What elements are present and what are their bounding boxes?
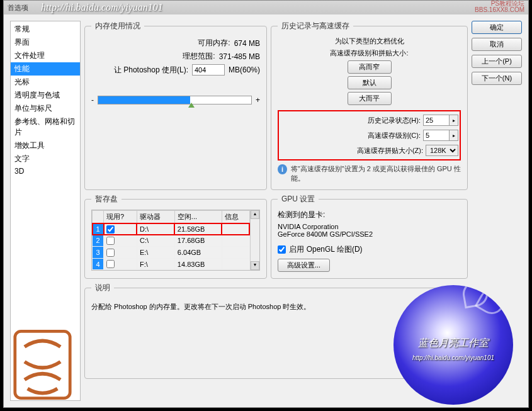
description-legend: 说明 (91, 283, 114, 293)
next-button[interactable]: 下一个(N) (472, 72, 522, 85)
col-info[interactable]: 信息 (222, 211, 249, 223)
let-ps-use-label: 让 Photoshop 使用(L): (114, 65, 188, 76)
slider-thumb-icon[interactable] (188, 103, 195, 108)
cache-tile-select[interactable]: 128K (426, 145, 458, 156)
ok-button[interactable]: 确定 (472, 21, 522, 34)
titlebar: 首选项 http://hi.baidu.com/yiyuan101 PS教程论坛… (4, 1, 528, 14)
available-ram-label: 可用内存: (198, 38, 230, 48)
ideal-range-label: 理想范围: (183, 51, 215, 62)
scroll-up-icon[interactable]: ▴ (251, 210, 259, 219)
scratch-legend: 暂存盘 (91, 194, 122, 205)
history-legend: 历史记录与高速缓存 (278, 21, 353, 31)
sidebar-item-units[interactable]: 单位与标尺 (11, 102, 80, 115)
detected-card-label: 检测到的显卡: (278, 210, 461, 220)
stepper-icon[interactable]: ▸ (450, 115, 458, 126)
optimize-line2: 高速缓存级别和拼贴大小: (278, 48, 461, 58)
scratch-table: 现用? 驱动器 空闲... 信息 1 D:\ 21.58GB (92, 210, 250, 270)
watermark: PS教程论坛 BBS.16XX8.COM (475, 1, 524, 13)
gpu-legend: GPU 设置 (278, 194, 319, 205)
sidebar-item-type[interactable]: 文字 (11, 152, 80, 166)
available-ram-value: 674 MB (234, 39, 260, 48)
sidebar-item-cursors[interactable]: 光标 (11, 76, 80, 89)
scroll-down-icon[interactable]: ▾ (251, 261, 259, 270)
table-row[interactable]: 3 E:\ 6.04GB (93, 247, 250, 259)
advanced-settings-button[interactable]: 高级设置... (278, 259, 330, 272)
slider-plus: + (256, 96, 260, 104)
memory-group: 内存使用情况 可用内存: 674 MB 理想范围: 371-485 MB 让 P… (84, 21, 267, 190)
table-row[interactable]: 1 D:\ 21.58GB (93, 223, 250, 235)
cache-info-text: 将"高速缓存级别"设置为 2 或更高以获得最佳的 GPU 性能。 (291, 164, 461, 183)
badge-title: 蓝色月亮工作室 (393, 337, 513, 350)
memory-suffix: MB(60%) (229, 65, 260, 74)
table-row[interactable]: 2 C:\ 17.68GB (93, 235, 250, 247)
sidebar-item-file-handling[interactable]: 文件处理 (11, 49, 80, 62)
scratch-active-checkbox[interactable] (106, 249, 115, 257)
tall-thin-button[interactable]: 高而窄 (348, 60, 392, 74)
cache-tile-label: 高速缓存拼贴大小(Z): (357, 146, 423, 155)
history-states-label: 历史记录状态(H): (368, 116, 421, 125)
memory-legend: 内存使用情况 (91, 21, 144, 31)
cancel-button[interactable]: 取消 (472, 38, 522, 51)
default-button[interactable]: 默认 (348, 76, 392, 89)
cache-levels-label: 高速缓存级别(C): (368, 131, 421, 140)
window-title: 首选项 (8, 3, 28, 13)
sidebar-item-interface[interactable]: 界面 (11, 36, 80, 49)
scratch-active-checkbox[interactable] (106, 237, 115, 245)
highlighted-settings: 历史记录状态(H): ▸ 高速缓存级别(C): ▸ (278, 110, 461, 160)
col-free[interactable]: 空闲... (174, 211, 222, 223)
studio-badge: 蓝色月亮工作室 http://hi.baidu.com/yiyuan101 (393, 285, 513, 405)
col-active[interactable]: 现用? (104, 211, 137, 223)
seal-stamp-icon (13, 329, 72, 401)
gpu-settings-group: GPU 设置 检测到的显卡: NVIDIA Corporation GeForc… (271, 194, 468, 279)
sidebar-item-transparency[interactable]: 透明度与色域 (11, 89, 80, 102)
sidebar-item-general[interactable]: 常规 (11, 23, 80, 36)
scratch-disks-group: 暂存盘 现用? 驱动器 空闲... 信息 1 (84, 194, 267, 279)
cache-levels-input[interactable] (423, 130, 450, 141)
enable-opengl-label[interactable]: 启用 OpenGL 绘图(D) (278, 245, 363, 254)
badge-url: http://hi.baidu.com/yiyuan101 (393, 354, 513, 361)
gpu-model: GeForce 8400M GS/PCI/SSE2 (278, 230, 461, 238)
scratch-active-checkbox[interactable] (106, 260, 115, 268)
info-icon: i (278, 164, 287, 174)
scratch-active-checkbox[interactable] (106, 225, 115, 234)
ideal-range-value: 371-485 MB (219, 52, 260, 61)
sidebar-item-performance[interactable]: 性能 (11, 62, 80, 76)
prev-button[interactable]: 上一个(P) (472, 55, 522, 68)
gpu-vendor: NVIDIA Corporation (278, 223, 461, 230)
history-cache-group: 历史记录与高速缓存 为以下类型的文档优化 高速缓存级别和拼贴大小: 高而窄 默认… (271, 21, 468, 190)
history-states-input[interactable] (423, 115, 450, 126)
memory-slider[interactable] (98, 96, 252, 104)
table-scrollbar[interactable]: ▴ ▾ (250, 210, 259, 270)
slider-minus: - (91, 96, 94, 104)
big-flat-button[interactable]: 大而平 (348, 92, 392, 105)
titlebar-url: http://hi.baidu.com/yiyuan101 (41, 2, 163, 13)
optimize-line1: 为以下类型的文档优化 (278, 37, 461, 46)
enable-opengl-checkbox[interactable] (278, 245, 286, 254)
sidebar-item-guides[interactable]: 参考线、网格和切片 (11, 115, 80, 139)
stepper-icon[interactable]: ▸ (450, 130, 458, 141)
sidebar-item-3d[interactable]: 3D (11, 166, 80, 177)
sidebar-item-plugins[interactable]: 增效工具 (11, 139, 80, 152)
memory-input[interactable] (192, 64, 225, 76)
col-drive[interactable]: 驱动器 (137, 211, 174, 223)
table-row[interactable]: 4 F:\ 14.83GB (93, 258, 250, 270)
